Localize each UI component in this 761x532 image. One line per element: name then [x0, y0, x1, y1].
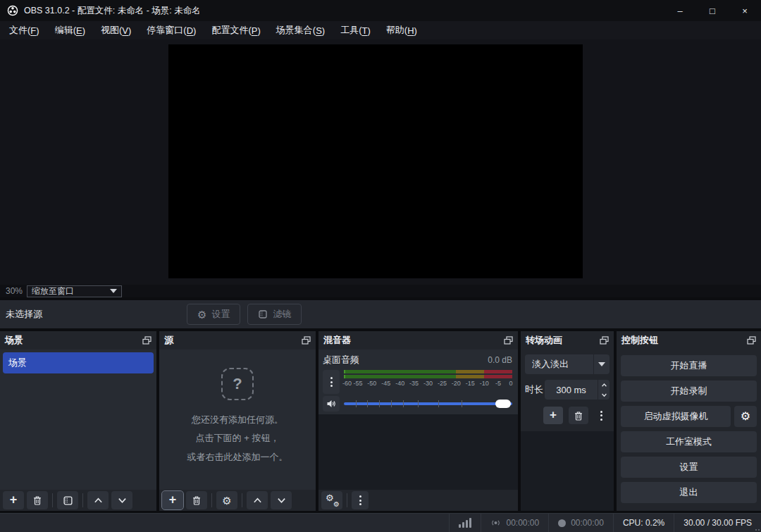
meter-bar-left — [344, 370, 512, 373]
menu-scene-collection[interactable]: 场景集合(S) — [268, 21, 333, 39]
record-icon — [558, 519, 566, 527]
chevron-down-icon — [118, 496, 127, 505]
advanced-audio-button[interactable]: ⚙⚙ — [321, 491, 342, 509]
transitions-body: 淡入淡出 时长 300 ms + — [521, 349, 614, 511]
status-bar: 00:00:00 00:00:00 CPU: 0.2% 30.00 / 30.0… — [0, 513, 761, 532]
add-transition-button[interactable]: + — [543, 407, 563, 424]
mixer-dock-header[interactable]: 混音器 — [318, 331, 518, 349]
add-scene-button[interactable]: + — [3, 491, 24, 509]
scenes-dock-header[interactable]: 场景 — [0, 331, 156, 349]
settings-button[interactable]: 设置 — [621, 457, 757, 478]
scenes-dock: 场景 场景 + — [0, 331, 156, 511]
start-streaming-button[interactable]: 开始直播 — [621, 355, 757, 376]
menu-docks[interactable]: 停靠窗口(D) — [139, 21, 204, 39]
empty-hint-line: 或者右击此处添加一个。 — [187, 450, 288, 464]
fps-indicator: 30.00 / 30.00 FPS — [674, 514, 761, 532]
volume-slider[interactable] — [344, 399, 512, 409]
transition-options-button[interactable] — [594, 407, 608, 424]
duration-value[interactable]: 300 ms — [545, 380, 598, 400]
start-virtual-camera-button[interactable]: 启动虚拟摄像机 — [621, 406, 731, 427]
menu-profile[interactable]: 配置文件(P) — [204, 21, 268, 39]
transitions-dock-header[interactable]: 转场动画 — [521, 331, 614, 349]
source-toolbar: 未选择源 ⚙ 设置 滤镜 — [0, 300, 761, 328]
start-recording-button[interactable]: 开始录制 — [621, 381, 757, 402]
spin-up-button[interactable] — [598, 380, 610, 390]
popout-icon — [504, 336, 513, 345]
source-filters-button[interactable]: 滤镜 — [247, 304, 302, 325]
scene-list-item[interactable]: 场景 — [3, 352, 154, 373]
menu-tools[interactable]: 工具(T) — [333, 21, 378, 39]
move-scene-down-button[interactable] — [111, 491, 132, 509]
studio-mode-button[interactable]: 工作室模式 — [621, 431, 757, 452]
toolbar-separator — [52, 493, 53, 507]
mixer-options-button[interactable] — [352, 491, 369, 509]
sources-dock-header[interactable]: 源 — [159, 331, 316, 349]
preview-area — [0, 39, 761, 285]
popout-icon — [302, 336, 311, 345]
chevron-down-icon — [601, 392, 607, 397]
minimize-button[interactable]: – — [664, 0, 696, 21]
mixer-channel: 桌面音频 0.0 dB -60 -55 -50 -45 — [318, 349, 518, 414]
source-list[interactable]: ? 您还没有添加任何源。 点击下面的 + 按钮， 或者右击此处添加一个。 — [159, 349, 316, 490]
menu-file[interactable]: 文件(F) — [1, 21, 47, 39]
resize-grip[interactable] — [755, 529, 760, 531]
chevron-down-icon — [277, 496, 286, 505]
slider-track[interactable] — [344, 402, 512, 405]
duration-label: 时长 — [525, 383, 543, 396]
menu-help[interactable]: 帮助(H) — [378, 21, 425, 39]
chevron-down-icon — [598, 362, 605, 366]
mixer-empty-area — [318, 414, 518, 490]
title-bar: OBS 31.0.2 - 配置文件: 未命名 - 场景: 未命名 – □ × — [0, 0, 761, 21]
signal-bars-icon — [459, 518, 471, 528]
remove-scene-button[interactable] — [27, 491, 48, 509]
controls-dock-header[interactable]: 控制按钮 — [617, 331, 761, 349]
gear-icon: ⚙ — [741, 411, 750, 422]
docks-area: 场景 场景 + — [0, 331, 761, 511]
spin-down-button[interactable] — [598, 390, 610, 400]
scene-list: 场景 — [0, 349, 156, 490]
gear-icon: ⚙ — [197, 309, 206, 320]
source-properties-toolbar-button[interactable]: ⚙ — [216, 491, 237, 509]
virtual-camera-settings-button[interactable]: ⚙ — [734, 406, 757, 427]
scenes-dock-title: 场景 — [5, 334, 23, 347]
window-title: OBS 31.0.2 - 配置文件: 未命名 - 场景: 未命名 — [24, 5, 201, 17]
scene-filters-button[interactable] — [57, 491, 78, 509]
slider-handle[interactable] — [495, 400, 511, 408]
question-icon: ? — [221, 368, 254, 400]
maximize-button[interactable]: □ — [696, 0, 729, 21]
mute-button[interactable] — [323, 396, 340, 412]
close-button[interactable]: × — [729, 0, 761, 21]
add-source-button[interactable]: + — [162, 491, 183, 509]
zoom-mode-dropdown[interactable]: 缩放至窗口 — [27, 285, 122, 297]
channel-options-button[interactable] — [323, 370, 340, 394]
record-timer: 00:00:00 — [549, 514, 613, 532]
transition-select[interactable]: 淡入淡出 — [525, 354, 610, 374]
menu-view[interactable]: 视图(V) — [93, 21, 139, 39]
stream-timer: 00:00:00 — [481, 514, 548, 532]
meter-scale: -60 -55 -50 -45 -40 -35 -30 -25 -20 -15 … — [344, 380, 512, 388]
speaker-icon — [326, 399, 336, 409]
gear-icon: ⚙ — [222, 495, 231, 506]
filter-icon — [63, 495, 73, 506]
cpu-usage: CPU: 0.2% — [614, 514, 674, 532]
exit-button[interactable]: 退出 — [621, 482, 757, 503]
source-properties-button[interactable]: ⚙ 设置 — [187, 304, 240, 325]
more-icon — [330, 377, 333, 387]
move-source-up-button[interactable] — [247, 491, 268, 509]
meter-bar-right — [344, 375, 512, 378]
duration-spinner[interactable]: 300 ms — [545, 380, 610, 400]
menu-edit[interactable]: 编辑(E) — [47, 21, 93, 39]
mixer-dock-title: 混音器 — [323, 334, 351, 347]
chevron-up-icon — [601, 383, 607, 388]
controls-body: 开始直播 开始录制 启动虚拟摄像机 ⚙ 工作室模式 设置 退出 — [617, 349, 761, 511]
empty-hint-line: 点击下面的 + 按钮， — [196, 431, 280, 445]
transitions-empty-area — [521, 431, 614, 511]
remove-source-button[interactable] — [186, 491, 207, 509]
more-icon — [600, 411, 602, 421]
obs-window: OBS 31.0.2 - 配置文件: 未命名 - 场景: 未命名 – □ × 文… — [0, 0, 761, 532]
move-source-down-button[interactable] — [271, 491, 292, 509]
obs-logo-icon — [7, 5, 18, 16]
remove-transition-button[interactable] — [569, 407, 588, 424]
chevron-up-icon — [94, 496, 103, 505]
move-scene-up-button[interactable] — [87, 491, 109, 509]
